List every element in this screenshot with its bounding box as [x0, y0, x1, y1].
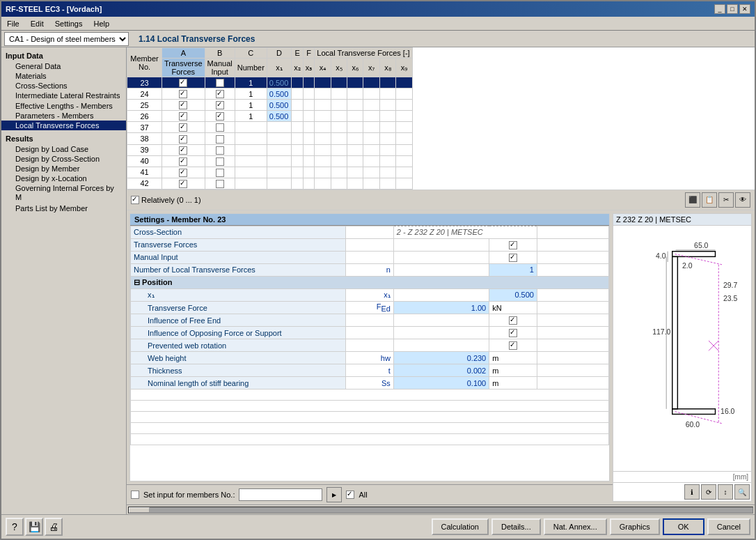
- table-row[interactable]: 23 1 0.500: [127, 77, 413, 88]
- menu-help[interactable]: Help: [90, 19, 112, 29]
- cell-tf[interactable]: [162, 155, 205, 167]
- title-bar: RF-STEEL EC3 - [Vordach] _ □ ✕: [1, 1, 755, 17]
- scrollbar-area: [127, 504, 755, 514]
- calculation-button[interactable]: Calculation: [432, 518, 489, 535]
- table-row[interactable]: 37: [127, 122, 413, 133]
- web-height-unit: m: [489, 352, 537, 364]
- cell-mi[interactable]: [205, 88, 235, 100]
- help-icon-btn[interactable]: ?: [6, 518, 24, 536]
- cell-mi[interactable]: [205, 178, 235, 189]
- cell-mi[interactable]: [205, 167, 235, 178]
- cell-tf[interactable]: [162, 133, 205, 144]
- scrollbar-thumb[interactable]: [129, 507, 150, 513]
- delete-icon-btn[interactable]: ✂: [718, 192, 734, 208]
- table-row[interactable]: 38: [127, 133, 413, 144]
- prevented-web-checkbox[interactable]: [489, 339, 537, 352]
- free-end-checkbox[interactable]: [489, 314, 537, 327]
- sidebar-item-design-x-location[interactable]: Design by x-Location: [1, 173, 126, 183]
- cell-tf[interactable]: [162, 88, 205, 100]
- menu-file[interactable]: File: [4, 19, 22, 29]
- cell-tf[interactable]: [162, 111, 205, 122]
- cell-mi[interactable]: [205, 122, 235, 133]
- cell-x3: [303, 77, 315, 88]
- copy-icon-btn[interactable]: 📋: [702, 192, 717, 208]
- col-b-header: B: [205, 48, 235, 59]
- cancel-button[interactable]: Cancel: [707, 518, 750, 535]
- menu-settings[interactable]: Settings: [52, 19, 86, 29]
- col-j-sub: x₇: [363, 59, 379, 77]
- tf-checkbox[interactable]: [489, 238, 537, 251]
- table-row[interactable]: 42: [127, 178, 413, 189]
- cell-tf[interactable]: [162, 77, 205, 88]
- cell-tf[interactable]: [162, 144, 205, 155]
- sidebar-item-design-cross-section[interactable]: Design by Cross-Section: [1, 154, 126, 164]
- scrollbar-track[interactable]: [128, 507, 753, 514]
- sidebar-item-design-load-case[interactable]: Design by Load Case: [1, 144, 126, 154]
- cs-zoom-btn[interactable]: 🔍: [734, 484, 750, 500]
- table-row[interactable]: 40: [127, 155, 413, 167]
- col-a-sub: TransverseForces: [162, 59, 205, 77]
- table-row[interactable]: 24 1 0.500: [127, 88, 413, 100]
- all-checkbox[interactable]: [346, 491, 354, 499]
- ok-button[interactable]: OK: [663, 518, 704, 535]
- minimize-button[interactable]: _: [714, 4, 725, 14]
- set-input-btn[interactable]: ▶: [326, 487, 342, 502]
- table-row[interactable]: 39: [127, 144, 413, 155]
- bottom-section: Settings - Member No. 23: [127, 210, 755, 504]
- print-icon-btn[interactable]: 🖨: [45, 518, 63, 536]
- cell-tf[interactable]: [162, 100, 205, 111]
- cell-mi[interactable]: [205, 100, 235, 111]
- table-row[interactable]: 26 1 0.500: [127, 111, 413, 122]
- nat-annex-button[interactable]: Nat. Annex...: [544, 518, 607, 535]
- sidebar-item-local-transverse[interactable]: Local Transverse Forces: [1, 121, 126, 130]
- sidebar-item-parameters-members[interactable]: Parameters - Members: [1, 111, 126, 121]
- export-icon-btn[interactable]: ⬛: [685, 192, 700, 208]
- sidebar-item-general-data[interactable]: General Data: [1, 61, 126, 71]
- maximize-button[interactable]: □: [727, 4, 738, 14]
- close-button[interactable]: ✕: [739, 4, 750, 14]
- cell-tf[interactable]: [162, 178, 205, 189]
- view-icon-btn[interactable]: 👁: [735, 192, 750, 208]
- table-row[interactable]: 41: [127, 167, 413, 178]
- sidebar-item-design-member[interactable]: Design by Member: [1, 164, 126, 173]
- opposing-checkbox[interactable]: [489, 327, 537, 339]
- footer-bar: ? 💾 🖨 Calculation Details... Nat. Annex.…: [1, 514, 755, 539]
- cell-mi[interactable]: [205, 77, 235, 88]
- cell-mi[interactable]: [205, 144, 235, 155]
- save-icon-btn[interactable]: 💾: [25, 518, 43, 536]
- sidebar-item-cross-sections[interactable]: Cross-Sections: [1, 81, 126, 91]
- details-button[interactable]: Details...: [491, 518, 541, 535]
- mi-checkbox[interactable]: [489, 251, 537, 263]
- module-select[interactable]: CA1 - Design of steel members: [4, 32, 129, 46]
- cell-tf[interactable]: [162, 167, 205, 178]
- col-h-sub: x₅: [331, 59, 347, 77]
- settings-row-thickness: Thickness t 0.002 m: [131, 364, 609, 377]
- sidebar-item-governing-internal[interactable]: Governing Internal Forces by M: [1, 183, 126, 203]
- col-d-sub: x₁: [267, 59, 292, 77]
- graphics-button[interactable]: Graphics: [610, 518, 660, 535]
- cs-info-btn[interactable]: ℹ: [684, 484, 700, 500]
- sidebar-item-materials[interactable]: Materials: [1, 71, 126, 81]
- set-input-checkbox[interactable]: [131, 491, 139, 499]
- cs-rotate-btn[interactable]: ⟳: [701, 484, 716, 500]
- cell-mi[interactable]: [205, 111, 235, 122]
- sidebar-item-effective-lengths[interactable]: Effective Lengths - Members: [1, 101, 126, 111]
- window-controls: _ □ ✕: [714, 4, 750, 14]
- table-row[interactable]: 25 1 0.500: [127, 100, 413, 111]
- settings-empty-row: [131, 401, 609, 412]
- cell-mi[interactable]: [205, 133, 235, 144]
- relatively-checkbox[interactable]: [131, 196, 139, 204]
- settings-empty-row: [131, 412, 609, 423]
- cs-flip-btn[interactable]: ↕: [718, 484, 733, 500]
- num-forces-value: 1: [489, 263, 537, 276]
- menu-edit[interactable]: Edit: [28, 19, 47, 29]
- relatively-checkbox-label[interactable]: Relatively (0 ... 1): [131, 196, 201, 204]
- cell-tf[interactable]: [162, 122, 205, 133]
- cell-mi[interactable]: [205, 155, 235, 167]
- settings-row-mi: Manual Input: [131, 251, 609, 263]
- col-f-header: F: [303, 48, 315, 59]
- sidebar-item-parts-list[interactable]: Parts List by Member: [1, 203, 126, 213]
- set-input-field[interactable]: [239, 488, 322, 501]
- sidebar-item-intermediate-lateral[interactable]: Intermediate Lateral Restraints: [1, 91, 126, 101]
- tforce-label: Transverse Force: [131, 301, 346, 314]
